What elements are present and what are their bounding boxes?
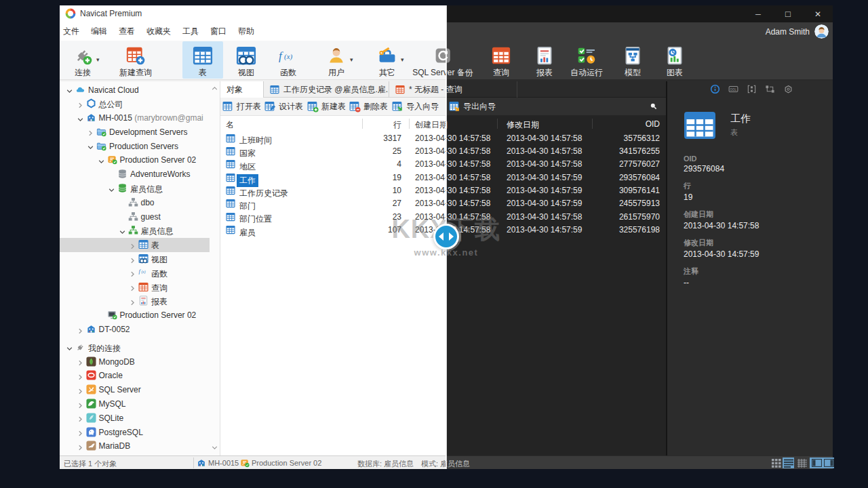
expand-closed-icon[interactable] <box>77 429 83 439</box>
tree-item[interactable]: 雇员信息 <box>60 224 210 238</box>
tree-item[interactable]: Oracle <box>60 369 210 383</box>
table-row[interactable]: 部门272013-04-30 14:57:582013-04-30 14:57:… <box>446 197 666 210</box>
panel-left-icon[interactable] <box>810 458 823 468</box>
expand-open-icon[interactable] <box>77 115 83 125</box>
menu-item[interactable]: 帮助 <box>238 26 254 37</box>
table-row[interactable]: 地区42013-04-30 14:57:582013-04-30 14:57:5… <box>446 158 666 171</box>
table-row[interactable]: 上班时间33172013-04-30 14:57:582013-04-30 14… <box>220 131 446 144</box>
dropdown-caret-icon[interactable]: ▾ <box>350 56 353 63</box>
columns-icon[interactable] <box>747 84 757 94</box>
tree-item[interactable]: 雇员信息 <box>60 182 210 196</box>
info-icon[interactable] <box>710 84 720 94</box>
maximize-button[interactable]: □ <box>773 5 803 22</box>
table-row[interactable]: 部门272013-04-30 14:57:582013-04-30 14:57:… <box>220 197 446 210</box>
toolbar-button[interactable]: 模型 <box>617 41 648 79</box>
detail-view-icon[interactable] <box>796 458 808 468</box>
expand-open-icon[interactable] <box>98 157 104 167</box>
toolbar-button[interactable]: 用户▾ <box>321 41 352 79</box>
expand-closed-icon[interactable] <box>130 284 136 293</box>
toolbar-button[interactable]: 连接▾ <box>67 41 98 79</box>
expand-closed-icon[interactable] <box>77 373 83 382</box>
expand-open-icon[interactable] <box>66 87 73 96</box>
menu-item[interactable]: 收藏夹 <box>146 26 171 37</box>
table-row[interactable]: 地区42013-04-30 14:57:582013-04-30 14:57:5… <box>220 158 446 171</box>
table-row[interactable]: 工作192013-04-30 14:57:582013-04-30 14:57:… <box>220 171 446 184</box>
tree-item[interactable]: MH-0015 (marybrown@gmai <box>60 111 210 125</box>
toolbar-button[interactable]: 新建查询 <box>119 41 152 79</box>
toolbar-button[interactable]: SQL Server 备份 <box>412 41 446 79</box>
tree-item[interactable]: f(x)函数 <box>60 266 210 280</box>
menu-item[interactable]: 查看 <box>119 26 135 37</box>
tree-item[interactable]: Development Servers <box>60 125 210 139</box>
toolbar-button[interactable]: 自动运行 <box>570 41 603 79</box>
export-wizard-button[interactable]: 导出向导 <box>449 98 496 115</box>
tree-item[interactable]: 视图 <box>60 252 210 266</box>
sidebar-scrollbar[interactable] <box>210 81 220 455</box>
table-row[interactable]: 雇员1072013-04-30 14:57:582013-04-30 14:57… <box>220 224 446 237</box>
tab[interactable]: 工作历史记录 @雇员信息.雇... <box>264 81 389 98</box>
menu-item[interactable]: 工具 <box>182 26 199 37</box>
dropdown-caret-icon[interactable]: ▾ <box>96 56 100 63</box>
tree-item[interactable]: Production Server 02 <box>60 308 210 323</box>
relations-icon[interactable] <box>765 84 775 94</box>
column-header-rows[interactable]: 行 <box>362 119 401 131</box>
menu-item[interactable]: 编辑 <box>91 26 107 37</box>
tree-item[interactable]: Production Server 02 <box>60 153 210 167</box>
menu-item[interactable]: 文件 <box>63 26 79 37</box>
tree-item[interactable]: guest <box>60 209 210 224</box>
menu-item[interactable]: 窗口 <box>210 26 226 37</box>
tab[interactable]: * 无标题 - 查询 <box>446 81 517 98</box>
expand-closed-icon[interactable] <box>130 298 136 308</box>
toolbar-button[interactable]: 其它▾ <box>372 41 403 79</box>
tree-item[interactable]: Navicat Cloud <box>60 83 210 97</box>
minimize-button[interactable]: ─ <box>743 5 773 22</box>
dropdown-caret-icon[interactable]: ▾ <box>401 56 404 63</box>
scroll-up-icon[interactable] <box>212 84 218 94</box>
expand-closed-icon[interactable] <box>87 129 94 138</box>
tree-item[interactable]: dbo <box>60 195 210 209</box>
expand-closed-icon[interactable] <box>130 270 136 279</box>
table-row[interactable]: 工作192013-04-30 14:57:582013-04-30 14:57:… <box>446 171 666 184</box>
tree-item[interactable]: MySQL <box>60 397 210 411</box>
table-row[interactable]: 雇员1072013-04-30 14:57:582013-04-30 14:57… <box>446 224 666 237</box>
table-row[interactable]: 工作历史记录102013-04-30 14:57:582013-04-30 14… <box>220 184 446 197</box>
delete-table-button[interactable]: 删除表 <box>349 98 388 115</box>
column-header-name[interactable]: 名 <box>226 119 234 131</box>
expand-closed-icon[interactable] <box>77 101 83 110</box>
tab[interactable]: * 无标题 - 查询 <box>389 81 446 98</box>
table-row[interactable]: 上班时间33172013-04-30 14:57:582013-04-30 14… <box>446 131 666 144</box>
tree-item[interactable]: 总公司 <box>60 97 210 111</box>
toolbar-button[interactable]: f(x)函数 <box>273 41 304 79</box>
expand-closed-icon[interactable] <box>77 401 83 411</box>
close-button[interactable]: ✕ <box>803 5 833 22</box>
tab[interactable]: 对象 <box>220 81 264 98</box>
new-table-button[interactable]: 新建表 <box>307 98 346 115</box>
tree-item[interactable]: DT-0052 <box>60 323 210 337</box>
expand-open-icon[interactable] <box>66 344 73 354</box>
table-row[interactable]: 工作历史记录102013-04-30 14:57:582013-04-30 14… <box>446 184 666 197</box>
expand-open-icon[interactable] <box>87 143 94 152</box>
tree-item[interactable]: SQLite <box>60 411 210 425</box>
table-row[interactable]: 部门位置232013-04-30 14:57:582013-04-30 14:5… <box>220 210 446 223</box>
expand-closed-icon[interactable] <box>77 327 83 336</box>
import-wizard-button[interactable]: 导入向导 <box>392 98 439 115</box>
open-table-button[interactable]: 打开表 <box>222 98 261 115</box>
toolbar-button[interactable]: SQL Server 备份 <box>446 41 473 79</box>
toolbar-button[interactable]: 表 <box>182 41 223 79</box>
tree-item[interactable]: 查询 <box>60 280 210 294</box>
settings-icon[interactable] <box>783 84 793 94</box>
table-row[interactable]: 国家252013-04-30 14:57:582013-04-30 14:57:… <box>446 144 666 157</box>
expand-closed-icon[interactable] <box>130 256 136 266</box>
toolbar-button[interactable]: 报表 <box>529 41 560 79</box>
toolbar-button[interactable]: 视图 <box>231 41 262 79</box>
tree-item[interactable]: 报表 <box>60 294 210 308</box>
tree-item[interactable]: 表 <box>60 238 210 252</box>
expand-closed-icon[interactable] <box>130 242 136 251</box>
expand-closed-icon[interactable] <box>77 415 83 424</box>
expand-closed-icon[interactable] <box>77 359 83 368</box>
panel-right-icon[interactable] <box>822 458 834 468</box>
toolbar-button[interactable]: 查询 <box>486 41 517 79</box>
list-view-icon[interactable] <box>783 458 794 468</box>
tree-item[interactable]: SQL Server <box>60 383 210 397</box>
expand-open-icon[interactable] <box>119 228 125 237</box>
